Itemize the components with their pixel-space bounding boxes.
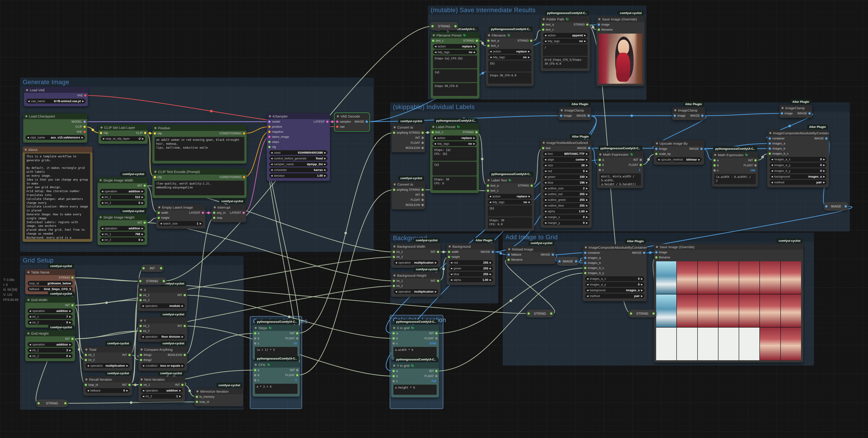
input-port-text_a[interactable] xyxy=(542,24,544,26)
output-port-CONDITIONING[interactable] xyxy=(243,176,245,178)
text-area[interactable]: Steps: 30 CFG: b xyxy=(433,177,477,190)
input-port-text[interactable] xyxy=(542,147,544,149)
widget-red[interactable]: ◀red0▶ xyxy=(543,168,589,174)
input-port-c[interactable] xyxy=(254,379,256,381)
node-reload_image[interactable]: comfyui-cyclistReload ImagefallbackIMAGE… xyxy=(506,246,555,264)
collapsed-node-p_string_top[interactable]: STRING xyxy=(430,22,458,30)
input-port-positive[interactable] xyxy=(268,126,271,128)
combo-left-arrow-icon[interactable]: ◀ xyxy=(143,389,144,392)
output-port-IMAGE[interactable] xyxy=(552,253,554,256)
combo-left-arrow-icon[interactable]: ◀ xyxy=(87,389,89,392)
node-table_name[interactable]: comfyui-cyclistTable NameSTRINGloop_idgr… xyxy=(25,269,75,294)
widget-int_2[interactable]: ◀int_20▶ xyxy=(28,320,73,325)
node-header[interactable]: Interrupt xyxy=(212,204,246,210)
combo-right-arrow-icon[interactable]: ▶ xyxy=(586,153,588,155)
combo-right-arrow-icon[interactable]: ▶ xyxy=(179,395,181,398)
combo-right-arrow-icon[interactable]: ▶ xyxy=(435,261,437,264)
node-icabc_2[interactable]: Allor PluginImageCompositeAbsoluteByCont… xyxy=(583,244,647,301)
widget-operation[interactable]: ◀operationmultiplication▶ xyxy=(394,260,438,265)
node-about[interactable]: AboutThis is a template workflow to gene… xyxy=(23,147,92,242)
output-port-CONDITIONING[interactable] xyxy=(243,132,245,134)
output-port-STRING[interactable] xyxy=(422,132,424,134)
text-area[interactable]: min(1, min(a.width / b.width, a.height /… xyxy=(599,174,641,185)
combo-left-arrow-icon[interactable]: ◀ xyxy=(29,310,31,312)
node-ksampler[interactable]: KSamplermodelLATENTpositivenegativelaten… xyxy=(267,113,330,181)
combo-left-arrow-icon[interactable]: ◀ xyxy=(29,343,31,346)
node-header[interactable]: Background Height xyxy=(391,272,440,278)
node-convert_to_2[interactable]: comfyui-cyclistConvert toanythingSTRINGI… xyxy=(392,181,425,209)
combo-left-arrow-icon[interactable]: ◀ xyxy=(587,277,588,280)
widget-action[interactable]: ◀actionreplace▶ xyxy=(488,194,532,199)
input-port-text_c[interactable] xyxy=(432,131,434,133)
combo-right-arrow-icon[interactable]: ▶ xyxy=(490,273,491,275)
node-empty_latent[interactable]: Empty Latent ImagewidthLATENTheight◀batc… xyxy=(156,204,206,229)
combo-left-arrow-icon[interactable]: ◀ xyxy=(489,195,491,198)
input-port-b[interactable] xyxy=(254,374,256,376)
combo-left-arrow-icon[interactable]: ◀ xyxy=(771,181,773,184)
combo-right-arrow-icon[interactable]: ▶ xyxy=(179,389,181,392)
node-filename_preset[interactable]: pythongosssss/ComfyUI-C..Filename Preset… xyxy=(431,32,479,99)
widget-denoise[interactable]: ◀denoise1.00▶ xyxy=(269,173,328,178)
widget-int_1[interactable]: ◀int_1512▶ xyxy=(100,195,145,199)
collapsed-node-p_int[interactable]: INT xyxy=(141,264,164,272)
combo-right-arrow-icon[interactable]: ▶ xyxy=(82,100,84,102)
combo-left-arrow-icon[interactable]: ◀ xyxy=(771,175,773,178)
pill-left-dot[interactable] xyxy=(143,267,145,270)
node-recall_iteration[interactable]: comfyui-cyclistRecall Iterationloop_idIN… xyxy=(83,376,132,396)
combo-left-arrow-icon[interactable]: ◀ xyxy=(545,181,547,184)
text-area[interactable]: Steps-30_CFG-6.0 xyxy=(488,72,531,84)
widget-blue[interactable]: ◀blue255▶ xyxy=(449,272,493,277)
combo-right-arrow-icon[interactable]: ▶ xyxy=(182,335,183,338)
input-port-width[interactable] xyxy=(448,251,450,253)
node-header[interactable]: X xyxy=(138,287,187,292)
combo-right-arrow-icon[interactable]: ▶ xyxy=(474,51,475,53)
combo-right-arrow-icon[interactable]: ▶ xyxy=(200,222,202,225)
combo-left-arrow-icon[interactable]: ◀ xyxy=(29,321,31,324)
input-port-container[interactable] xyxy=(584,252,586,254)
combo-right-arrow-icon[interactable]: ▶ xyxy=(490,261,491,264)
collapsed-node-p_string_c1[interactable]: STRING xyxy=(526,310,554,317)
output-port-INT[interactable] xyxy=(437,280,439,282)
widget-operation[interactable]: ◀operationmultiplication▶ xyxy=(86,363,130,368)
node-load_vae[interactable]: Load VAEVAE◀vae_namekl-f8-anime2.vae.pt▶ xyxy=(24,87,88,106)
combo-left-arrow-icon[interactable]: ◀ xyxy=(545,222,547,224)
text-area[interactable]: Grid_Steps_CFG_5/Steps-30_CFG-6.0 xyxy=(543,57,588,68)
input-port-b[interactable] xyxy=(713,164,716,166)
combo-left-arrow-icon[interactable]: ◀ xyxy=(160,222,162,225)
widget-tidy_tags[interactable]: ◀tidy_tagsno▶ xyxy=(433,141,477,146)
input-port-thing2[interactable] xyxy=(140,359,142,361)
combo-right-arrow-icon[interactable]: ▶ xyxy=(528,195,530,198)
widget-vae_name[interactable]: ◀vae_namekl-f8-anime2.vae.pt▶ xyxy=(26,99,86,103)
combo-right-arrow-icon[interactable]: ▶ xyxy=(584,40,586,42)
combo-left-arrow-icon[interactable]: ◀ xyxy=(545,198,547,201)
input-port-text_a[interactable] xyxy=(487,185,489,187)
input-port-int_1[interactable] xyxy=(393,251,395,253)
collapsed-node-p_string_bottom[interactable]: STRING xyxy=(36,399,68,407)
widget-images_a_y[interactable]: ◀images_a_y0▶ xyxy=(585,282,644,287)
input-port-images_b_y[interactable] xyxy=(584,272,586,274)
output-port-IMAGE[interactable] xyxy=(588,147,590,149)
widget-tidy_tags[interactable]: ◀tidy_tagsno▶ xyxy=(543,39,588,43)
input-port-text_c[interactable] xyxy=(542,29,544,31)
combo-left-arrow-icon[interactable]: ◀ xyxy=(489,201,491,204)
combo-left-arrow-icon[interactable]: ◀ xyxy=(658,158,659,161)
node-header[interactable]: Compare Anything xyxy=(138,346,187,352)
widget-blue[interactable]: ◀blue196▶ xyxy=(543,180,589,185)
input-port-anything[interactable] xyxy=(393,189,395,191)
combo-left-arrow-icon[interactable]: ◀ xyxy=(395,261,397,264)
widget-tidy_tags[interactable]: ◀tidy_tagsno▶ xyxy=(488,200,532,205)
combo-right-arrow-icon[interactable]: ▶ xyxy=(324,168,326,171)
node-save_override2[interactable]: comfyui-cyclistSave Image (Override)imag… xyxy=(654,244,803,363)
widget-tidy_tags[interactable]: ◀tidy_tagsno▶ xyxy=(488,55,531,60)
combo-left-arrow-icon[interactable]: ◀ xyxy=(271,163,273,165)
node-filename[interactable]: pythongosssss/ComfyUI-C..Filename↻text_a… xyxy=(486,32,534,86)
combo-left-arrow-icon[interactable]: ◀ xyxy=(395,290,397,293)
widget-upscale_method[interactable]: ◀upscale_methodbilinear▶ xyxy=(656,157,702,162)
output-port-STRING[interactable] xyxy=(530,39,532,42)
combo-left-arrow-icon[interactable]: ◀ xyxy=(101,233,103,235)
combo-right-arrow-icon[interactable]: ▶ xyxy=(823,169,825,172)
output-port-INT[interactable] xyxy=(422,194,424,196)
combo-right-arrow-icon[interactable]: ▶ xyxy=(182,365,183,367)
output-port-BOOLEAN[interactable] xyxy=(184,354,186,356)
output-port-INT[interactable] xyxy=(128,354,131,356)
